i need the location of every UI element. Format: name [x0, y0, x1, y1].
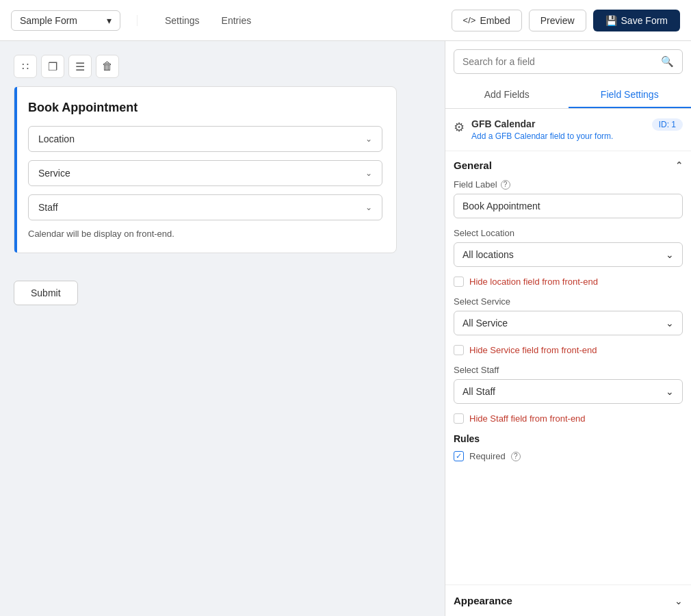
- chevron-down-icon: ▾: [107, 15, 112, 26]
- chevron-down-icon: ⌄: [666, 318, 674, 329]
- hide-service-row: Hide Service field from front-end: [454, 345, 683, 355]
- drag-icon: ∷: [22, 60, 29, 73]
- hide-service-checkbox[interactable]: [454, 345, 464, 355]
- select-staff-group: Select Staff All Staff ⌄: [454, 365, 683, 404]
- service-field[interactable]: Service ⌄: [28, 160, 382, 186]
- field-id-badge: ID: 1: [652, 118, 683, 131]
- search-bar: 🔍: [454, 49, 683, 74]
- book-appointment-title: Book Appointment: [28, 101, 382, 115]
- required-label: Required: [469, 451, 506, 461]
- chevron-down-icon: ⌄: [365, 168, 372, 178]
- hide-location-row: Hide location field from front-end: [454, 277, 683, 287]
- delete-button[interactable]: 🗑: [96, 55, 119, 78]
- field-description: Add a GFB Calendar field to your form.: [471, 131, 645, 141]
- select-location-label: Select Location: [454, 228, 683, 238]
- appearance-label: Appearance: [454, 595, 512, 606]
- toolbar-row: ∷ ❐ ☰ 🗑: [14, 55, 431, 78]
- duplicate-icon: ❐: [48, 60, 57, 73]
- preview-button[interactable]: Preview: [529, 10, 586, 31]
- field-settings-button[interactable]: ☰: [68, 55, 92, 78]
- select-staff-label: Select Staff: [454, 365, 683, 375]
- submit-area: Submit: [14, 281, 431, 305]
- chevron-down-icon: ⌄: [666, 249, 674, 260]
- field-info-text: GFB Calendar Add a GFB Calendar field to…: [471, 118, 645, 141]
- help-icon[interactable]: ?: [501, 180, 510, 190]
- required-checkbox[interactable]: [454, 451, 464, 461]
- header-left: Sample Form ▾ Settings Entries: [11, 10, 262, 31]
- duplicate-button[interactable]: ❐: [41, 55, 64, 78]
- location-select[interactable]: All locations ⌄: [454, 242, 683, 267]
- sliders-icon: ☰: [75, 60, 85, 73]
- form-card: Book Appointment Location ⌄ Service ⌄ St…: [14, 86, 397, 253]
- form-selector[interactable]: Sample Form ▾: [11, 10, 120, 31]
- save-button[interactable]: 💾 Save Form: [593, 10, 680, 31]
- chevron-down-icon: ⌄: [666, 386, 674, 397]
- rules-label: Rules: [454, 433, 683, 444]
- right-panel: 🔍 Add Fields Field Settings ⚙ GFB Calend…: [445, 41, 691, 616]
- hide-service-label: Hide Service field from front-end: [469, 345, 597, 355]
- service-select[interactable]: All Service ⌄: [454, 311, 683, 335]
- embed-button[interactable]: </> Embed: [452, 10, 522, 31]
- field-title: GFB Calendar: [471, 118, 645, 129]
- hide-location-checkbox[interactable]: [454, 277, 464, 287]
- form-name: Sample Form: [20, 15, 77, 26]
- trash-icon: 🗑: [102, 60, 113, 73]
- general-section-header[interactable]: General ⌃: [454, 151, 683, 179]
- nav-settings[interactable]: Settings: [154, 15, 211, 26]
- tabs-row: Add Fields Field Settings: [445, 82, 691, 109]
- appearance-section[interactable]: Appearance ⌄: [445, 585, 691, 616]
- field-label-group: Field Label ?: [454, 179, 683, 218]
- code-icon: </>: [463, 15, 476, 25]
- field-label-label: Field Label ?: [454, 179, 683, 190]
- select-service-label: Select Service: [454, 296, 683, 307]
- staff-select[interactable]: All Staff ⌄: [454, 379, 683, 404]
- required-help-icon[interactable]: ?: [511, 452, 521, 461]
- hide-staff-row: Hide Staff field from front-end: [454, 413, 683, 424]
- chevron-up-icon: ⌃: [675, 160, 683, 170]
- hide-staff-checkbox[interactable]: [454, 413, 464, 424]
- canvas-panel: ∷ ❐ ☰ 🗑 Book Appointment Location ⌄: [0, 41, 445, 616]
- nav-entries[interactable]: Entries: [211, 15, 263, 26]
- select-location-group: Select Location All locations ⌄: [454, 228, 683, 267]
- required-row: Required ?: [454, 451, 683, 461]
- header-right: </> Embed Preview 💾 Save Form: [452, 10, 680, 31]
- staff-field[interactable]: Staff ⌄: [28, 194, 382, 220]
- select-service-group: Select Service All Service ⌄: [454, 296, 683, 335]
- form-card-accent-bar: [14, 87, 17, 253]
- chevron-down-icon: ⌄: [675, 595, 683, 606]
- search-icon: 🔍: [661, 55, 674, 68]
- chevron-down-icon: ⌄: [365, 134, 372, 144]
- drag-handle[interactable]: ∷: [14, 55, 37, 78]
- calendar-note: Calendar will be display on front-end.: [28, 229, 382, 239]
- field-info-row: ⚙ GFB Calendar Add a GFB Calendar field …: [445, 109, 691, 151]
- right-content: General ⌃ Field Label ? Select Location …: [445, 151, 691, 585]
- header-nav: Settings Entries: [137, 15, 262, 26]
- header: Sample Form ▾ Settings Entries </> Embed…: [0, 0, 691, 41]
- tab-field-settings[interactable]: Field Settings: [569, 82, 692, 108]
- save-icon: 💾: [605, 15, 617, 26]
- search-input[interactable]: [462, 56, 655, 67]
- location-field[interactable]: Location ⌄: [28, 126, 382, 152]
- hide-location-label: Hide location field from front-end: [469, 277, 598, 287]
- field-label-input[interactable]: [454, 194, 683, 218]
- gear-icon: ⚙: [454, 120, 465, 135]
- submit-button[interactable]: Submit: [14, 281, 78, 305]
- tab-add-fields[interactable]: Add Fields: [445, 82, 569, 108]
- chevron-down-icon: ⌄: [365, 203, 372, 212]
- main-layout: ∷ ❐ ☰ 🗑 Book Appointment Location ⌄: [0, 41, 691, 616]
- hide-staff-label: Hide Staff field from front-end: [469, 413, 586, 424]
